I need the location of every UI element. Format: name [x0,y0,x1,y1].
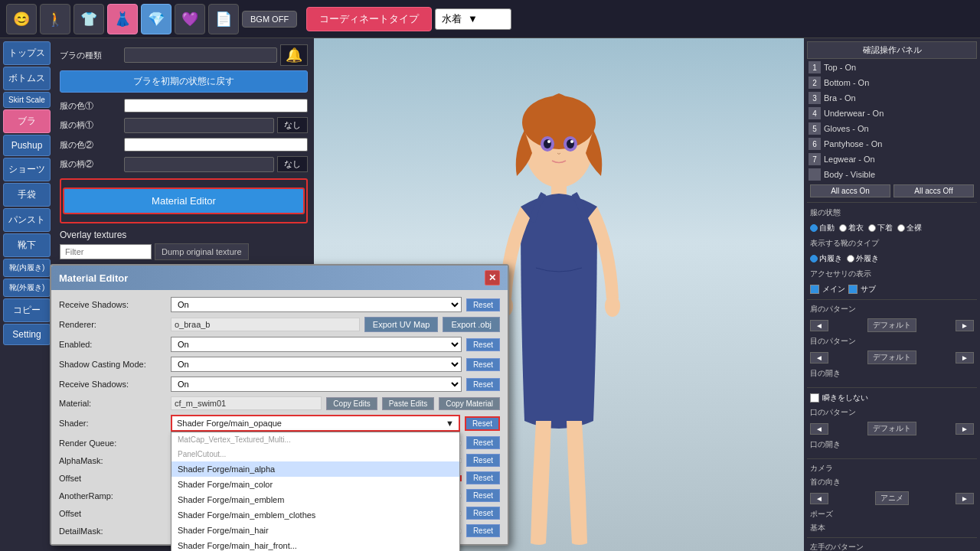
offset2-reset[interactable]: Reset [466,507,500,520]
sidebar-item-shorts[interactable]: ショーツ [3,158,51,181]
anim-next[interactable]: ► [956,493,974,504]
cloth-pattern1-nashi-btn[interactable]: なし [277,117,308,133]
cloth-pattern2-nashi-btn[interactable]: なし [277,156,308,172]
cloth-pattern1-label: 服の柄① [60,119,121,131]
receive-shadows-reset[interactable]: Reset [466,298,500,311]
cloth-pattern2-input[interactable]: なし [124,157,274,172]
toolbar-icon-heart[interactable]: 💜 [175,4,205,34]
shader-option-matcap[interactable]: MatCap_Vertex_Textured_Multi... [172,432,459,447]
shader-option-emblem[interactable]: Shader Forge/main_emblem [172,492,459,507]
item-label-legwear[interactable]: Legwear - On [824,155,975,164]
all-accs-off-btn[interactable]: All accs Off [893,184,974,197]
sidebar-item-tops[interactable]: トップス [3,41,51,65]
shader-select-shown[interactable]: Shader Forge/main_opaque ▼ [171,415,460,432]
another-ramp-reset[interactable]: Reset [466,489,500,502]
acc-main-checkbox[interactable] [810,285,819,294]
anim-prev[interactable]: ◄ [810,493,828,504]
shader-option-panel[interactable]: PanelCutout... [172,447,459,461]
eye-pattern-prev[interactable]: ◄ [810,352,828,364]
shader-option-alpha[interactable]: Shader Forge/main_alpha [172,461,459,477]
export-obj-btn[interactable]: Export .obj [443,317,500,332]
toolbar-icon-doc[interactable]: 📄 [208,4,239,34]
export-uv-btn[interactable]: Export UV Map [364,317,439,332]
sidebar-item-copy[interactable]: コピー [3,298,51,322]
item-label-bottom[interactable]: Bottom - On [824,78,975,87]
sidebar-item-inner-shoes[interactable]: 靴(内履き) [3,259,51,277]
paste-edits-btn[interactable]: Paste Edits [382,397,435,410]
coord-dropdown[interactable]: 水着 ▼ [435,8,511,30]
radio-dress[interactable]: 着衣 [839,223,864,233]
sidebar-item-skirt-scale[interactable]: Skirt Scale [3,92,51,108]
dump-texture-button[interactable]: Dump original texture [155,243,249,260]
sidebar-item-bottoms[interactable]: ボトムス [3,67,51,90]
toolbar-icon-diamond[interactable]: 💎 [141,4,172,34]
offset-reset[interactable]: Reset [466,471,500,484]
item-label-underwear[interactable]: Underwear - On [824,109,975,118]
item-label-pantyhose[interactable]: Pantyhose - On [824,139,975,148]
shoulder-pattern-next[interactable]: ► [956,320,974,331]
sidebar-item-bra[interactable]: ブラ [3,109,51,133]
toolbar-icon-body[interactable]: 🚶 [40,4,70,34]
sidebar-item-pushup[interactable]: Pushup [3,135,51,156]
radio-auto[interactable]: 自動 [810,223,835,233]
item-label-body[interactable]: Body - Visible [824,170,975,179]
shoulder-pattern-prev[interactable]: ◄ [810,320,828,331]
sidebar-item-gloves[interactable]: 手袋 [3,183,51,207]
toolbar-icon-coord[interactable]: 👗 [107,4,138,34]
cloth-pattern1-input[interactable]: なし [124,118,274,133]
mouth-pattern-prev[interactable]: ◄ [810,423,828,435]
acc-sub-checkbox[interactable] [848,285,858,294]
shadow-casting-select[interactable]: OnOff [171,357,462,372]
shadow-casting-reset[interactable]: Reset [466,358,500,371]
shoulder-pattern-label: 肩のパターン [807,303,977,315]
receive-shadows2-select[interactable]: OnOff [171,377,462,392]
mouth-pattern-next[interactable]: ► [956,423,974,435]
radio-inner-shoes[interactable]: 内履き [810,253,842,264]
radio-outer-shoes-label: 外履き [856,253,879,264]
item-label-bra[interactable]: Bra - On [824,93,975,103]
sidebar-item-pantyhose[interactable]: パンスト [3,208,51,232]
receive-shadows2-reset[interactable]: Reset [466,378,500,391]
receive-shadows-select[interactable]: OnOff [171,297,462,312]
bra-reset-button[interactable]: ブラを初期の状態に戻す [60,70,308,93]
cloth-color2-swatch[interactable] [124,138,308,152]
another-ramp-label: AnotherRamp: [59,491,166,500]
svg-point-1 [522,96,596,149]
alpha-mask-reset[interactable]: Reset [466,454,500,467]
bra-type-icon[interactable]: 🔔 [280,44,308,66]
bgm-button[interactable]: BGM OFF [242,11,297,28]
bra-type-input[interactable]: スクール水着 [124,47,277,63]
svg-point-7 [570,140,573,143]
render-queue-reset[interactable]: Reset [466,436,500,449]
shader-option-emblem-clothes[interactable]: Shader Forge/main_emblem_clothes [172,507,459,523]
coord-type-button[interactable]: コーディネートタイプ [306,7,432,31]
enabled-select[interactable]: OnOff [171,337,462,352]
radio-all[interactable]: 全裸 [897,223,922,233]
radio-outer-shoes[interactable]: 外履き [847,253,879,264]
numbered-item-3: 3 Bra - On [807,91,977,105]
copy-material-btn[interactable]: Copy Material [439,397,500,410]
render-queue-label: Render Queue: [59,439,166,448]
shader-option-color[interactable]: Shader Forge/main_color [172,477,459,492]
detail-mask-reset[interactable]: Reset [466,524,500,537]
radio-bottom[interactable]: 下着 [868,223,893,233]
item-label-top[interactable]: Top - On [824,63,975,72]
shader-reset[interactable]: Reset [465,416,500,431]
sidebar-item-setting[interactable]: Setting [3,324,51,345]
material-editor-button[interactable]: Material Editor [63,187,305,214]
toolbar-icon-face[interactable]: 😊 [6,4,37,34]
all-accs-on-btn[interactable]: All accs On [810,184,890,197]
filter-input[interactable] [60,244,152,259]
sidebar-item-outer-shoes[interactable]: 靴(外履き) [3,279,51,297]
item-label-gloves[interactable]: Gloves - On [824,124,975,133]
shader-option-hair-front[interactable]: Shader Forge/main_hair_front... [172,538,459,551]
enabled-reset[interactable]: Reset [466,338,500,351]
cloth-color1-swatch[interactable] [124,99,308,112]
dialog-close-button[interactable]: ✕ [485,270,500,285]
shader-option-hair[interactable]: Shader Forge/main_hair [172,523,459,538]
eye-pattern-next[interactable]: ► [956,352,974,364]
sidebar-item-socks[interactable]: 靴下 [3,233,51,257]
copy-edits-btn[interactable]: Copy Edits [326,397,377,410]
blink-checkbox[interactable] [810,393,819,403]
toolbar-icon-clothing[interactable]: 👕 [74,4,104,34]
